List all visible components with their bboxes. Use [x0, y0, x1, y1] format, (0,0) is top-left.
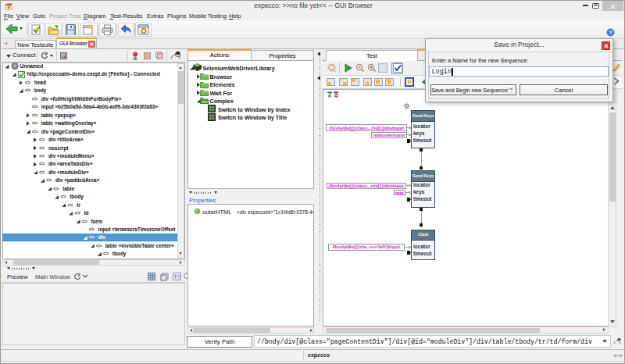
svg-text:T?: T? — [173, 274, 180, 280]
svg-text:?: ? — [609, 29, 612, 36]
